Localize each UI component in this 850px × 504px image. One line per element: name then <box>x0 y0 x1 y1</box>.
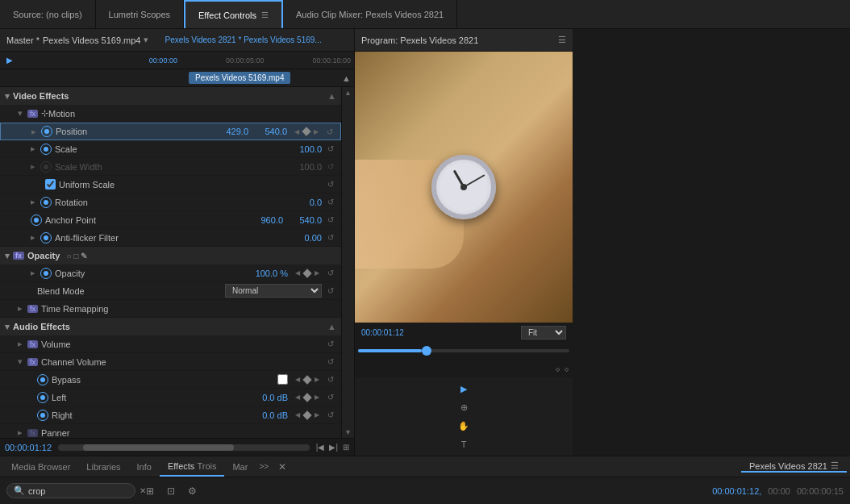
video-effects-scroll-up[interactable]: ▲ <box>327 91 336 101</box>
volume-row[interactable]: ▸ fx Volume ↺ <box>0 335 341 353</box>
uniform-scale-reset-btn[interactable]: ↺ <box>325 179 336 190</box>
search-input[interactable] <box>28 486 140 496</box>
anchor-value-y[interactable]: 540.0 <box>290 215 322 225</box>
scale-stopwatch[interactable] <box>40 144 52 155</box>
tab-info[interactable]: Info <box>129 456 160 477</box>
left-stopwatch[interactable] <box>37 392 48 403</box>
position-kf-prev[interactable]: ◀ <box>292 127 302 136</box>
scale-reset-btn[interactable]: ↺ <box>325 144 336 155</box>
blend-mode-reset-btn[interactable]: ↺ <box>325 285 336 297</box>
bypass-kf-next[interactable]: ▶ <box>312 375 322 385</box>
position-stopwatch[interactable] <box>41 126 52 137</box>
channel-vol-reset-btn[interactable]: ↺ <box>325 356 336 368</box>
pan-tool-btn[interactable]: ✋ <box>456 418 472 434</box>
anchor-stopwatch[interactable] <box>31 215 42 226</box>
scrub-bar[interactable] <box>358 349 569 352</box>
uniform-scale-checkbox[interactable] <box>45 179 56 190</box>
audio-effects-header[interactable]: ▾ Audio Effects ▲ <box>0 318 341 335</box>
opacity-stopwatch[interactable] <box>40 268 52 279</box>
anchor-value-x[interactable]: 960.0 <box>251 215 283 225</box>
panner-row[interactable]: ▸ fx Panner <box>0 424 341 438</box>
anti-flicker-row[interactable]: ▸ Anti-flicker Filter 0.00 ↺ <box>0 229 341 247</box>
anti-flicker-value[interactable]: 0.00 <box>290 233 322 243</box>
right-stopwatch[interactable] <box>37 410 48 421</box>
close-bottom-panel-btn[interactable]: ✕ <box>278 461 286 473</box>
position-row[interactable]: ▸ Position 429.0 540.0 ◀ ▶ ↺ <box>0 123 341 140</box>
opacity-kf-next[interactable]: ▶ <box>312 269 322 278</box>
tab-lumetri[interactable]: Lumetri Scopes <box>96 0 184 28</box>
scale-value[interactable]: 100.0 <box>290 144 322 154</box>
scale-expand-arrow[interactable]: ▸ <box>31 144 40 154</box>
time-remapping-row[interactable]: ▸ fx Time Remapping <box>0 300 341 318</box>
blend-mode-row[interactable]: Blend Mode Normal Dissolve Multiply Scre… <box>0 282 341 300</box>
blend-mode-select[interactable]: Normal Dissolve Multiply Screen Overlay <box>225 284 322 298</box>
opacity-kf-prev[interactable]: ◀ <box>293 269 302 278</box>
scroll-v-down[interactable]: ▼ <box>342 427 354 438</box>
panner-arrow[interactable]: ▸ <box>18 427 27 438</box>
opacity-header[interactable]: ▾ fx Opacity ○ □ ✎ <box>0 247 341 264</box>
zoom-tool-btn[interactable]: ⊕ <box>456 399 472 415</box>
effects-scroll-area[interactable]: ▾ Video Effects ▲ ▾ fx ⊹ Motion ▸ <box>0 87 341 438</box>
scroll-v-up[interactable]: ▲ <box>342 87 354 98</box>
left-row[interactable]: Left 0.0 dB ◀ ▶ ↺ <box>0 389 341 406</box>
bypass-kf-diamond[interactable] <box>302 375 311 384</box>
left-reset-btn[interactable]: ↺ <box>325 392 336 403</box>
opacity-reset-btn[interactable]: ↺ <box>325 268 336 279</box>
right-value[interactable]: 0.0 dB <box>256 410 288 420</box>
select-tool-btn[interactable]: ▶ <box>456 381 472 397</box>
uniform-scale-label[interactable]: Uniform Scale <box>45 179 115 190</box>
opacity-row[interactable]: ▸ Opacity 100.0 % ◀ ▶ ↺ <box>0 264 341 282</box>
right-reset-btn[interactable]: ↺ <box>325 410 336 421</box>
bypass-checkbox[interactable] <box>277 374 288 385</box>
scale-row[interactable]: ▸ Scale 100.0 ↺ <box>0 140 341 158</box>
right-kf-diamond[interactable] <box>302 410 311 419</box>
right-kf-next[interactable]: ▶ <box>312 410 322 420</box>
program-menu-icon[interactable]: ☰ <box>558 35 566 45</box>
bypass-stopwatch[interactable] <box>37 374 48 385</box>
opacity-expand-arrow[interactable]: ▸ <box>31 268 40 278</box>
right-row[interactable]: Right 0.0 dB ◀ ▶ ↺ <box>0 406 341 424</box>
search-box[interactable]: 🔍 ✕ <box>6 483 135 498</box>
volume-reset-btn[interactable]: ↺ <box>325 339 336 350</box>
channel-vol-arrow[interactable]: ▾ <box>18 356 27 367</box>
pexels-menu-icon[interactable]: ☰ <box>831 460 839 471</box>
scroll-up-btn[interactable]: ▲ <box>342 73 351 83</box>
find-icon[interactable]: ⊡ <box>163 483 179 499</box>
clip-dropdown-arrow[interactable]: ▾ <box>144 35 148 45</box>
out-point-btn[interactable]: ⬦ <box>564 363 569 374</box>
anti-flicker-stopwatch[interactable] <box>40 232 52 244</box>
rotation-stopwatch[interactable] <box>40 197 52 208</box>
position-reset-btn[interactable]: ↺ <box>324 126 335 137</box>
timeline-clip-block[interactable]: Pexels Videos 5169.mp4 <box>189 72 290 84</box>
timeline-add-btn[interactable]: ▶ <box>6 56 13 65</box>
position-value-x[interactable]: 429.0 <box>216 127 248 136</box>
tab-more[interactable]: >> <box>256 462 272 471</box>
motion-expand-arrow[interactable]: ▾ <box>18 108 27 119</box>
right-kf-prev[interactable]: ◀ <box>293 410 302 420</box>
clip-link[interactable]: Pexels Videos 2821 * Pexels Videos 5169.… <box>165 35 321 44</box>
position-expand-arrow[interactable]: ▸ <box>31 127 41 137</box>
fit-select[interactable]: Fit 25% 50% 75% 100% <box>521 326 566 339</box>
rotation-arrow[interactable]: ▸ <box>31 197 40 207</box>
tab-media-browser[interactable]: Media Browser <box>3 456 78 477</box>
anchor-reset-btn[interactable]: ↺ <box>325 215 336 226</box>
position-kf-diamond[interactable] <box>302 127 310 135</box>
position-value-y[interactable]: 540.0 <box>255 127 287 136</box>
motion-row[interactable]: ▾ fx ⊹ Motion <box>0 105 341 123</box>
left-kf-next[interactable]: ▶ <box>312 393 322 402</box>
new-bin-icon[interactable]: ⊞ <box>142 483 158 499</box>
scroll-to-start-btn[interactable]: |◀ <box>316 443 325 452</box>
bypass-kf-prev[interactable]: ◀ <box>293 375 302 385</box>
play-btn[interactable]: ▶| <box>329 443 338 452</box>
position-kf-next[interactable]: ▶ <box>311 127 321 136</box>
tab-pexels-videos[interactable]: Pexels Videos 2821 ☰ <box>741 460 847 473</box>
volume-arrow[interactable]: ▸ <box>18 339 27 349</box>
scrub-thumb[interactable] <box>422 346 431 356</box>
tab-markers[interactable]: Mar <box>224 456 256 477</box>
rotation-reset-btn[interactable]: ↺ <box>325 197 336 208</box>
anchor-point-row[interactable]: Anchor Point 960.0 540.0 ↺ <box>0 211 341 229</box>
left-kf-diamond[interactable] <box>302 393 311 402</box>
left-kf-prev[interactable]: ◀ <box>293 393 302 402</box>
tab-libraries[interactable]: Libraries <box>78 456 128 477</box>
anti-flicker-reset-btn[interactable]: ↺ <box>325 232 336 244</box>
